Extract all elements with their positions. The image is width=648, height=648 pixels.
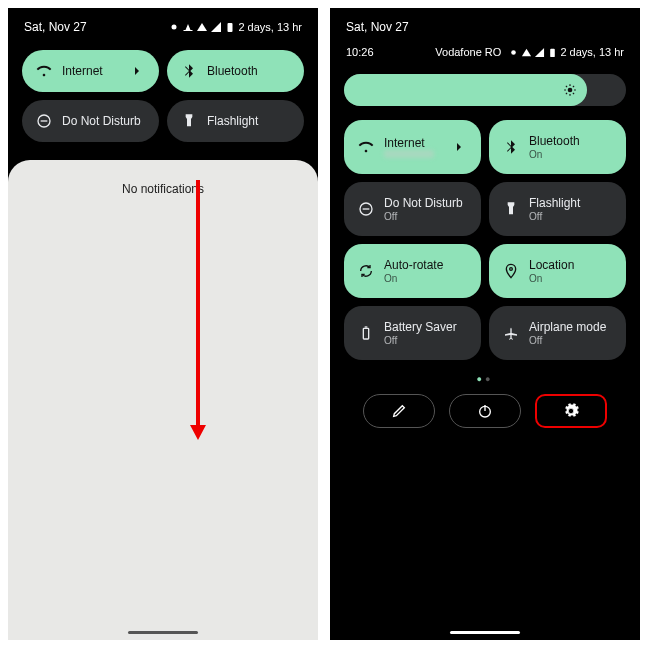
carrier-text: Vodafone RO bbox=[435, 46, 501, 58]
tile-label: Location bbox=[529, 258, 574, 272]
tile-label: Do Not Disturb bbox=[384, 196, 463, 210]
brightness-icon bbox=[563, 83, 577, 97]
svg-rect-7 bbox=[551, 48, 556, 56]
svg-line-13 bbox=[565, 86, 566, 87]
svg-point-0 bbox=[172, 25, 177, 30]
tile-label: Auto-rotate bbox=[384, 258, 443, 272]
svg-point-19 bbox=[510, 268, 513, 271]
status-right: Vodafone RO 2 days, 13 hr bbox=[435, 46, 624, 58]
tile-sub: On bbox=[529, 273, 574, 284]
wifi-icon bbox=[36, 63, 52, 79]
svg-point-8 bbox=[567, 88, 572, 93]
tile-label: Battery Saver bbox=[384, 320, 457, 334]
tile-internet[interactable]: Internet bbox=[344, 120, 481, 174]
brightness-slider[interactable] bbox=[344, 74, 626, 106]
tile-label: Internet bbox=[62, 64, 103, 78]
tile-location[interactable]: LocationOn bbox=[489, 244, 626, 298]
brightness-fill bbox=[344, 74, 587, 106]
notification-shade[interactable]: No notifications bbox=[8, 160, 318, 640]
svg-point-6 bbox=[512, 50, 517, 55]
battery-text: 2 days, 13 hr bbox=[238, 21, 302, 33]
chevron-right-icon bbox=[451, 139, 467, 155]
bluetooth-icon bbox=[503, 139, 519, 155]
status-date: Sat, Nov 27 bbox=[24, 20, 87, 34]
tile-sub: Off bbox=[529, 335, 606, 346]
status-time: 10:26 bbox=[346, 46, 374, 58]
svg-marker-5 bbox=[190, 425, 206, 440]
airplane-icon bbox=[503, 325, 519, 341]
tile-sub: On bbox=[384, 273, 443, 284]
tile-dnd[interactable]: Do Not Disturb bbox=[22, 100, 159, 142]
tile-autorotate[interactable]: Auto-rotateOn bbox=[344, 244, 481, 298]
tile-bluetooth[interactable]: Bluetooth bbox=[167, 50, 304, 92]
tile-flashlight[interactable]: Flashlight bbox=[167, 100, 304, 142]
tile-dnd[interactable]: Do Not DisturbOff bbox=[344, 182, 481, 236]
chevron-right-icon bbox=[129, 63, 145, 79]
gear-icon bbox=[563, 403, 579, 419]
home-indicator[interactable] bbox=[450, 631, 520, 634]
tile-label: Flashlight bbox=[529, 196, 580, 210]
ssid-blurred bbox=[384, 150, 434, 158]
power-icon bbox=[477, 403, 493, 419]
tile-battery-saver[interactable]: Battery SaverOff bbox=[344, 306, 481, 360]
quick-settings-tiles-expanded: Internet BluetoothOn Do Not DisturbOff F… bbox=[330, 110, 640, 370]
settings-button[interactable] bbox=[535, 394, 607, 428]
wifi-icon bbox=[358, 139, 374, 155]
status-icons: 2 days, 13 hr bbox=[168, 21, 302, 33]
home-indicator[interactable] bbox=[128, 631, 198, 634]
status-bar: Sat, Nov 27 2 days, 13 hr bbox=[8, 8, 318, 40]
tile-internet[interactable]: Internet bbox=[22, 50, 159, 92]
tile-sub: Off bbox=[529, 211, 580, 222]
bottom-action-row bbox=[330, 388, 640, 442]
status-bar: Sat, Nov 27 bbox=[330, 8, 640, 40]
page-indicator: ●● bbox=[330, 370, 640, 388]
tile-label: Flashlight bbox=[207, 114, 258, 128]
dnd-icon bbox=[36, 113, 52, 129]
tile-bluetooth[interactable]: BluetoothOn bbox=[489, 120, 626, 174]
rotate-icon bbox=[358, 263, 374, 279]
edit-tiles-button[interactable] bbox=[363, 394, 435, 428]
battery-text: 2 days, 13 hr bbox=[560, 46, 624, 58]
bluetooth-icon bbox=[181, 63, 197, 79]
phone-collapsed-qs: Sat, Nov 27 2 days, 13 hr Internet Bluet… bbox=[8, 8, 318, 640]
svg-line-16 bbox=[572, 86, 573, 87]
flashlight-icon bbox=[503, 201, 519, 217]
tile-label: Do Not Disturb bbox=[62, 114, 141, 128]
svg-line-15 bbox=[565, 93, 566, 94]
flashlight-icon bbox=[181, 113, 197, 129]
phone-expanded-qs: Sat, Nov 27 10:26 Vodafone RO 2 days, 13… bbox=[330, 8, 640, 640]
tile-sub: Off bbox=[384, 211, 463, 222]
pencil-icon bbox=[391, 403, 407, 419]
dnd-icon bbox=[358, 201, 374, 217]
tile-label: Bluetooth bbox=[529, 134, 580, 148]
power-button[interactable] bbox=[449, 394, 521, 428]
annotation-arrow-down bbox=[188, 180, 208, 440]
tile-sub: On bbox=[529, 149, 580, 160]
tile-label: Airplane mode bbox=[529, 320, 606, 334]
location-icon bbox=[503, 263, 519, 279]
time-carrier-row: 10:26 Vodafone RO 2 days, 13 hr bbox=[330, 40, 640, 64]
tile-label: Internet bbox=[384, 136, 434, 150]
svg-rect-1 bbox=[228, 23, 233, 32]
battery-icon bbox=[358, 325, 374, 341]
quick-settings-tiles: Internet Bluetooth Do Not Disturb Flashl… bbox=[8, 40, 318, 152]
tile-flashlight[interactable]: FlashlightOff bbox=[489, 182, 626, 236]
svg-rect-20 bbox=[363, 328, 368, 339]
status-date: Sat, Nov 27 bbox=[346, 20, 409, 34]
tile-airplane[interactable]: Airplane modeOff bbox=[489, 306, 626, 360]
tile-label: Bluetooth bbox=[207, 64, 258, 78]
svg-line-14 bbox=[572, 93, 573, 94]
tile-sub: Off bbox=[384, 335, 457, 346]
